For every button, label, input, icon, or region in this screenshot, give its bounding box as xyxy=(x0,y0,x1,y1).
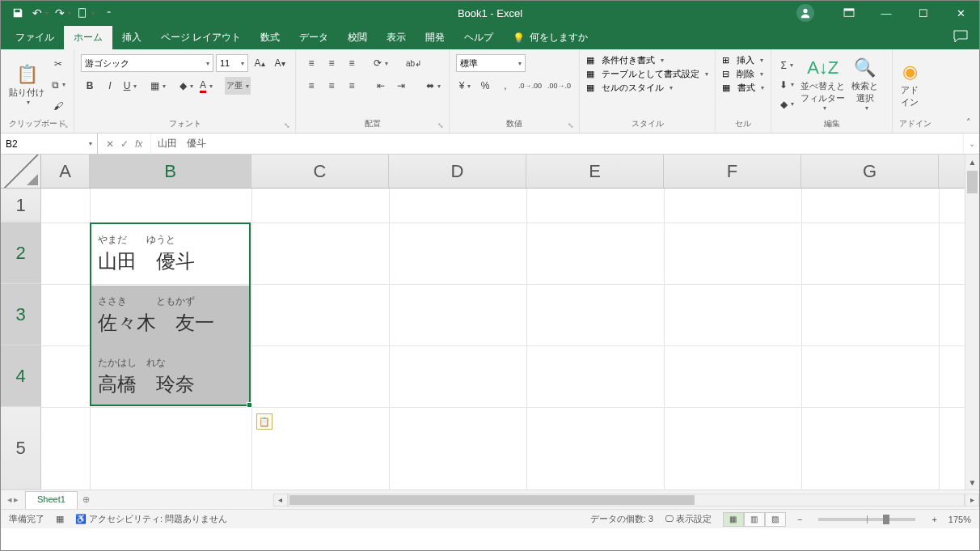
redo-button[interactable]: ↷▾ xyxy=(53,2,74,23)
col-header-G[interactable]: G xyxy=(801,155,939,188)
tell-me-search[interactable]: 💡 何をしますか xyxy=(503,26,598,49)
align-bottom-button[interactable]: ≡ xyxy=(343,54,361,72)
tab-help[interactable]: ヘルプ xyxy=(454,26,503,49)
increase-decimal-button[interactable]: .0→.00 xyxy=(517,77,543,95)
new-file-button[interactable]: ▾ xyxy=(75,2,96,23)
tab-home[interactable]: ホーム xyxy=(64,26,112,49)
find-select-button[interactable]: 🔍 検索と 選択▾ xyxy=(850,54,880,115)
col-header-E[interactable]: E xyxy=(526,155,664,188)
format-painter-button[interactable]: 🖌 xyxy=(49,97,67,115)
autosum-button[interactable]: Σ▾ xyxy=(778,57,796,74)
number-launcher[interactable]: ⤡ xyxy=(568,121,574,129)
accounting-button[interactable]: ¥▾ xyxy=(456,77,474,95)
tab-formulas[interactable]: 数式 xyxy=(251,26,289,49)
copy-button[interactable]: ⧉▾ xyxy=(49,76,67,94)
horizontal-scrollbar[interactable] xyxy=(288,494,965,506)
add-sheet-button[interactable]: ⊕ xyxy=(78,490,95,509)
scroll-down-arrow[interactable]: ▼ xyxy=(965,475,979,490)
row-header-1[interactable]: 1 xyxy=(1,189,41,223)
col-header-B[interactable]: B xyxy=(90,155,251,188)
undo-button[interactable]: ↶▾ xyxy=(30,2,51,23)
enter-formula-icon[interactable]: ✓ xyxy=(120,138,129,150)
addins-button[interactable]: ◉ アド イン xyxy=(899,58,920,112)
zoom-thumb[interactable] xyxy=(883,515,889,524)
align-center-button[interactable]: ≡ xyxy=(323,77,340,95)
qat-customize[interactable]: ⁼ xyxy=(98,2,119,23)
align-middle-button[interactable]: ≡ xyxy=(323,54,340,72)
formula-input[interactable]: 山田 優斗 xyxy=(151,134,963,154)
paste-options-button[interactable]: 📋 xyxy=(256,413,272,430)
delete-cells-button[interactable]: ⊟ 削除▾ xyxy=(722,68,763,80)
paste-button[interactable]: 📋 貼り付け ▾ xyxy=(7,61,46,109)
cell-B4[interactable]: たかはし れな高橋 玲奈 xyxy=(90,345,251,407)
orientation-button[interactable]: ⟳▾ xyxy=(372,54,390,72)
format-cells-button[interactable]: ▦ 書式▾ xyxy=(722,82,764,94)
phonetic-button[interactable]: ア亜▾ xyxy=(225,77,251,95)
cut-button[interactable]: ✂ xyxy=(49,55,67,73)
decrease-font-button[interactable]: A▾ xyxy=(271,54,289,72)
zoom-slider[interactable] xyxy=(818,518,915,521)
minimize-button[interactable]: — xyxy=(868,1,905,25)
cancel-formula-icon[interactable]: ✕ xyxy=(106,138,114,150)
align-right-button[interactable]: ≡ xyxy=(343,77,361,95)
border-button[interactable]: ▦▾ xyxy=(149,77,167,95)
hscroll-right[interactable]: ▸ xyxy=(965,494,979,506)
display-settings-button[interactable]: 🖵 表示設定 xyxy=(665,513,712,525)
row-header-3[interactable]: 3 xyxy=(1,284,41,345)
close-button[interactable]: ✕ xyxy=(942,1,979,25)
macro-record-icon[interactable]: ▦ xyxy=(56,514,64,524)
col-header-C[interactable]: C xyxy=(251,155,389,188)
fx-icon[interactable]: fx xyxy=(135,138,142,150)
row-header-4[interactable]: 4 xyxy=(1,345,41,407)
cell-styles-button[interactable]: ▦ セルのスタイル▾ xyxy=(586,82,673,94)
increase-indent-button[interactable]: ⇥ xyxy=(392,77,410,95)
align-left-button[interactable]: ≡ xyxy=(302,77,320,95)
col-header-A[interactable]: A xyxy=(41,155,90,188)
save-button[interactable] xyxy=(7,2,28,23)
zoom-out-button[interactable]: − xyxy=(797,515,802,524)
clear-button[interactable]: ◆▾ xyxy=(778,95,796,113)
tab-review[interactable]: 校閲 xyxy=(338,26,377,49)
vertical-scrollbar[interactable]: ▲ ▼ xyxy=(965,155,979,490)
collapse-ribbon-button[interactable]: ˄ xyxy=(966,117,971,128)
fill-button[interactable]: ⬇▾ xyxy=(778,76,796,94)
sort-filter-button[interactable]: A↓Z 並べ替えと フィルター▾ xyxy=(799,54,847,115)
bold-button[interactable]: B xyxy=(81,77,99,95)
alignment-launcher[interactable]: ⤡ xyxy=(437,121,444,129)
align-top-button[interactable]: ≡ xyxy=(302,54,320,72)
tab-file[interactable]: ファイル xyxy=(6,26,64,49)
tab-data[interactable]: データ xyxy=(289,26,338,49)
cell-B3[interactable]: ささき ともかず佐々木 友一 xyxy=(90,284,251,345)
decrease-decimal-button[interactable]: .00→.0 xyxy=(546,77,572,95)
cell-B2[interactable]: やまだ ゆうと山田 優斗 xyxy=(90,223,251,284)
zoom-level[interactable]: 175% xyxy=(948,515,971,524)
tab-insert[interactable]: 挿入 xyxy=(112,26,151,49)
decrease-indent-button[interactable]: ⇤ xyxy=(372,77,390,95)
number-format-select[interactable]: 標準▾ xyxy=(456,54,526,72)
col-header-D[interactable]: D xyxy=(389,155,526,188)
conditional-formatting-button[interactable]: ▦ 条件付き書式▾ xyxy=(586,54,664,66)
italic-button[interactable]: I xyxy=(101,77,119,95)
maximize-button[interactable]: ☐ xyxy=(905,1,942,25)
row-header-5[interactable]: 5 xyxy=(1,407,41,490)
select-all-corner[interactable] xyxy=(1,155,41,188)
page-layout-view-button[interactable]: ▥ xyxy=(744,512,765,527)
user-account-icon[interactable] xyxy=(796,4,814,22)
tab-developer[interactable]: 開発 xyxy=(416,26,454,49)
name-box[interactable]: B2▾ xyxy=(1,134,98,154)
page-break-view-button[interactable]: ▨ xyxy=(765,512,786,527)
row-header-2[interactable]: 2 xyxy=(1,223,41,284)
normal-view-button[interactable]: ▦ xyxy=(723,512,744,527)
sheet-nav-prev[interactable]: ◂ xyxy=(7,494,12,505)
comments-icon[interactable] xyxy=(953,30,968,43)
font-size-select[interactable]: 11▾ xyxy=(216,54,248,72)
hscroll-left[interactable]: ◂ xyxy=(273,494,288,506)
zoom-in-button[interactable]: + xyxy=(931,515,936,524)
ribbon-display-options[interactable] xyxy=(830,1,868,25)
fill-color-button[interactable]: ◆▾ xyxy=(177,77,195,95)
underline-button[interactable]: U▾ xyxy=(121,77,139,95)
cells-area[interactable]: やまだ ゆうと山田 優斗ささき ともかず佐々木 友一たかはし れな高橋 玲奈📋 xyxy=(41,189,965,490)
font-color-button[interactable]: A▾ xyxy=(197,77,215,95)
increase-font-button[interactable]: A▴ xyxy=(251,54,268,72)
col-header-F[interactable]: F xyxy=(664,155,801,188)
